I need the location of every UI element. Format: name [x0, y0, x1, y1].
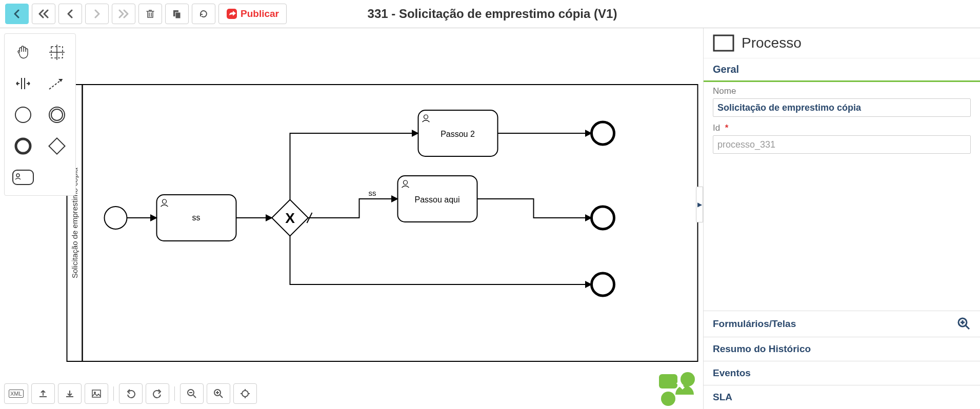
tool-palette	[4, 33, 76, 196]
gateway-icon	[48, 137, 66, 155]
task-passou-2-label: Passou 2	[441, 130, 475, 138]
prev-button[interactable]	[58, 4, 82, 24]
svg-point-24	[242, 391, 248, 397]
zoom-in-icon	[957, 317, 971, 331]
svg-rect-1	[175, 12, 181, 18]
zoom-fit-button[interactable]	[233, 383, 257, 404]
chevron-left-icon	[66, 9, 75, 18]
gateway-tool[interactable]	[43, 132, 71, 160]
panel-collapse-toggle[interactable]: ▶	[696, 187, 703, 222]
name-input[interactable]	[713, 98, 971, 117]
svg-point-8	[15, 107, 31, 122]
double-chevron-right-icon	[118, 9, 129, 18]
next-button[interactable]	[85, 4, 109, 24]
section-forms[interactable]: Formulários/Telas	[704, 311, 980, 337]
task-ss[interactable]: ss	[157, 195, 236, 241]
refresh-button[interactable]	[192, 4, 215, 24]
zoom-out-icon	[187, 388, 197, 399]
end-event-2[interactable]	[592, 207, 614, 229]
zoom-out-button[interactable]	[180, 383, 204, 404]
hand-tool[interactable]	[9, 38, 37, 66]
svg-rect-15	[92, 390, 101, 397]
process-icon	[713, 34, 734, 52]
svg-point-14	[16, 174, 19, 177]
space-icon	[14, 75, 32, 92]
xml-icon: XML	[9, 390, 24, 398]
svg-line-19	[193, 395, 196, 398]
back-button[interactable]	[5, 4, 29, 24]
upload-icon	[38, 388, 48, 399]
top-toolbar: Publicar 331 - Solicitação de emprestimo…	[0, 0, 980, 28]
publish-label: Publicar	[241, 8, 279, 19]
user-task-icon	[12, 169, 34, 186]
section-sla[interactable]: SLA	[704, 385, 980, 409]
svg-rect-13	[13, 170, 33, 185]
refresh-icon	[198, 9, 209, 19]
diagram-canvas[interactable]: XML Solicitação de emprestimo cópia	[0, 28, 703, 409]
svg-point-44	[681, 372, 695, 386]
trash-icon	[145, 9, 155, 19]
section-history[interactable]: Resumo do Histórico	[704, 337, 980, 361]
task-passou-2[interactable]: Passou 2	[418, 110, 498, 156]
bpmn-diagram: Solicitação de emprestimo cópia ss X Pas…	[0, 28, 703, 409]
download-button[interactable]	[58, 383, 82, 404]
xml-button[interactable]: XML	[4, 383, 28, 404]
chevron-right-icon	[92, 9, 102, 18]
end-event-1[interactable]	[592, 122, 614, 145]
edge-label-ss: ss	[369, 189, 376, 197]
image-export-button[interactable]	[85, 383, 108, 404]
connect-icon	[47, 75, 67, 92]
end-event-tool[interactable]	[9, 132, 37, 160]
start-event-tool[interactable]	[9, 100, 37, 129]
lasso-icon	[48, 44, 66, 61]
last-button[interactable]	[112, 4, 135, 24]
target-icon	[240, 388, 250, 399]
bpmn-io-logo	[655, 370, 701, 407]
task-passou-aqui[interactable]: Passou aqui	[398, 176, 477, 222]
delete-button[interactable]	[138, 4, 162, 24]
upload-button[interactable]	[31, 383, 55, 404]
name-label: Nome	[713, 86, 971, 96]
double-chevron-left-icon	[38, 9, 49, 18]
chevron-left-icon	[12, 9, 22, 18]
panel-header: Processo	[704, 28, 980, 58]
id-input[interactable]	[713, 135, 971, 154]
connect-tool[interactable]	[43, 69, 71, 97]
exclusive-gateway[interactable]: X	[272, 200, 308, 236]
panel-type-label: Processo	[742, 35, 802, 51]
svg-rect-46	[714, 35, 733, 51]
end-event-icon	[14, 137, 32, 155]
intermediate-event-tool[interactable]	[43, 100, 71, 129]
svg-rect-43	[659, 374, 677, 388]
redo-icon	[152, 388, 163, 399]
undo-button[interactable]	[119, 383, 143, 404]
id-label: Id *	[713, 123, 971, 133]
download-icon	[65, 388, 75, 399]
first-button[interactable]	[32, 4, 55, 24]
svg-line-50	[966, 325, 969, 329]
task-passou-aqui-label: Passou aqui	[414, 195, 459, 204]
user-task-tool[interactable]	[9, 163, 37, 191]
publish-button[interactable]: Publicar	[218, 4, 287, 24]
zoom-in-icon	[213, 388, 224, 399]
share-arrow-icon	[226, 8, 237, 19]
task-ss-label: ss	[192, 213, 201, 222]
copy-button[interactable]	[165, 4, 189, 24]
space-tool[interactable]	[9, 69, 37, 97]
image-icon	[91, 388, 102, 399]
zoom-in-button[interactable]	[207, 383, 230, 404]
bottom-toolbar: XML	[4, 383, 257, 404]
svg-point-45	[661, 392, 675, 406]
svg-point-10	[51, 109, 63, 120]
start-event[interactable]	[105, 207, 127, 229]
end-event-3[interactable]	[592, 273, 614, 296]
svg-rect-12	[49, 138, 65, 154]
intermediate-event-icon	[48, 106, 66, 124]
svg-line-23	[220, 395, 223, 398]
redo-button[interactable]	[146, 383, 169, 404]
lasso-tool[interactable]	[43, 38, 71, 66]
properties-panel: Processo Geral Nome Id * Formulários/Tel…	[703, 28, 980, 409]
svg-point-11	[16, 139, 30, 153]
section-events[interactable]: Eventos	[704, 361, 980, 385]
page-title: 331 - Solicitação de emprestimo cópia (V…	[290, 7, 695, 21]
